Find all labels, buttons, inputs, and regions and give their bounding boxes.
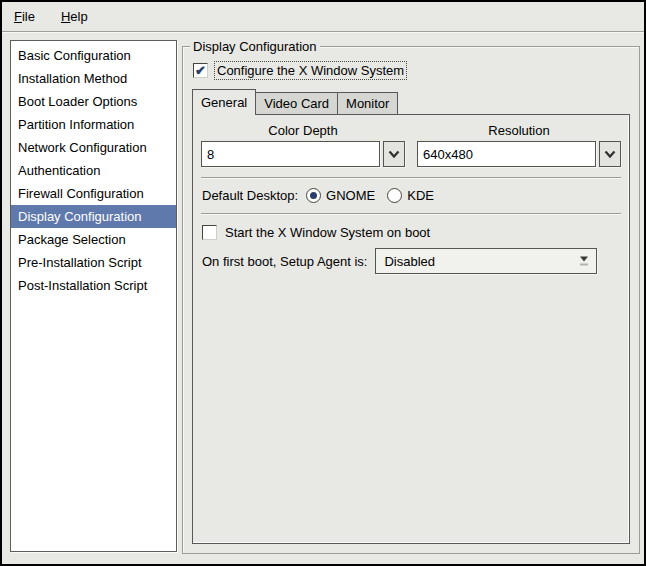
sidebar-item-package-selection[interactable]: Package Selection [11,228,176,251]
start-x-checkbox[interactable] [202,225,217,240]
sidebar-item-firewall-configuration[interactable]: Firewall Configuration [11,182,176,205]
setup-agent-label: On first boot, Setup Agent is: [202,254,367,269]
setup-agent-dropdown[interactable]: Disabled [375,248,597,274]
tab-video-card[interactable]: Video Card [255,92,338,115]
kickstart-configurator-window: File Help Basic Configuration Installati… [0,0,646,566]
menu-help[interactable]: Help [55,6,94,27]
tab-bar: General Video Card Monitor [192,89,630,115]
tab-general[interactable]: General [192,89,256,115]
default-desktop-label: Default Desktop: [202,188,298,203]
display-notebook: General Video Card Monitor Color Depth 8 [192,89,630,544]
panel-filler [201,274,621,536]
combo-row: Color Depth 8 Resolution 640x4 [201,122,621,167]
tab-monitor[interactable]: Monitor [337,92,398,115]
menu-file[interactable]: File [8,6,41,27]
general-tab-panel: Color Depth 8 Resolution 640x4 [192,114,630,544]
configure-x-checkbox[interactable]: ✔ [193,63,208,78]
sidebar-item-partition-information[interactable]: Partition Information [11,113,176,136]
radio-gnome[interactable] [306,188,321,203]
default-desktop-row: Default Desktop: GNOME KDE [202,188,621,203]
resolution-group: Resolution 640x480 [417,122,621,167]
color-depth-label: Color Depth [201,123,405,138]
configure-x-label[interactable]: Configure the X Window System [214,61,407,80]
color-depth-group: Color Depth 8 [201,122,405,167]
frame-title: Display Configuration [190,39,320,54]
resolution-entry[interactable]: 640x480 [417,141,596,167]
app-body: Basic Configuration Installation Method … [2,32,644,564]
menubar: File Help [2,2,644,32]
sidebar-item-network-configuration[interactable]: Network Configuration [11,136,176,159]
section-list: Basic Configuration Installation Method … [10,40,177,552]
sidebar-item-boot-loader-options[interactable]: Boot Loader Options [11,90,176,113]
color-depth-dropdown-button[interactable] [383,141,405,167]
setup-agent-value: Disabled [384,254,435,269]
sidebar-item-display-configuration[interactable]: Display Configuration [11,205,176,228]
sidebar-item-authentication[interactable]: Authentication [11,159,176,182]
color-depth-combo: 8 [201,141,405,167]
chevron-down-icon [604,150,616,159]
sidebar-item-post-installation-script[interactable]: Post-Installation Script [11,274,176,297]
configure-x-row: ✔ Configure the X Window System [193,61,630,80]
start-x-row: Start the X Window System on boot [202,224,621,241]
separator [201,177,621,179]
resolution-label: Resolution [417,123,621,138]
dropdown-indicator-icon [580,257,588,266]
radio-kde-label[interactable]: KDE [407,188,434,203]
chevron-down-icon [388,150,400,159]
radio-kde[interactable] [387,188,402,203]
sidebar-item-basic-configuration[interactable]: Basic Configuration [11,44,176,67]
display-configuration-frame: Display Configuration ✔ Configure the X … [182,46,640,554]
separator [201,213,621,215]
check-icon: ✔ [195,64,206,77]
resolution-dropdown-button[interactable] [599,141,621,167]
sidebar-item-pre-installation-script[interactable]: Pre-Installation Script [11,251,176,274]
color-depth-entry[interactable]: 8 [201,141,380,167]
resolution-combo: 640x480 [417,141,621,167]
start-x-label[interactable]: Start the X Window System on boot [223,224,432,241]
radio-gnome-label[interactable]: GNOME [326,188,375,203]
setup-agent-row: On first boot, Setup Agent is: Disabled [202,248,621,274]
sidebar-item-installation-method[interactable]: Installation Method [11,67,176,90]
